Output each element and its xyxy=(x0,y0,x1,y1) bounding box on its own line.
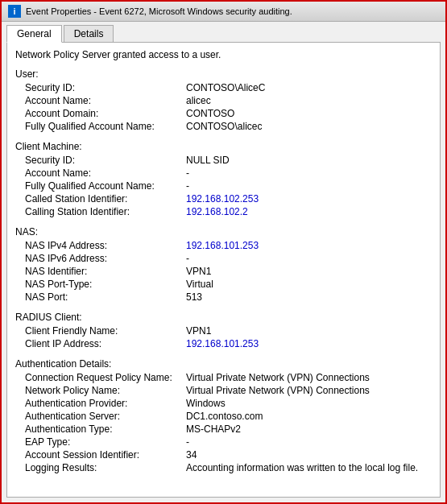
prop-value: 192.168.102.253 xyxy=(183,192,438,205)
prop-value: - xyxy=(183,167,438,180)
prop-label: Logging Results: xyxy=(22,461,183,474)
prop-value: Virtual Private Network (VPN) Connection… xyxy=(183,371,438,384)
prop-label: Account Session Identifier: xyxy=(22,448,183,461)
table-row: EAP Type: - xyxy=(22,436,438,448)
tab-bar: General Details xyxy=(2,22,445,42)
user-props-table: Security ID: CONTOSO\AliceC Account Name… xyxy=(22,81,438,133)
table-row: NAS Identifier: VPN1 xyxy=(22,265,438,278)
prop-label: NAS Port: xyxy=(22,291,183,304)
section-user: User: xyxy=(15,68,432,80)
prop-label: Account Name: xyxy=(22,94,183,107)
table-row: Fully Qualified Account Name: CONTOSO\al… xyxy=(22,120,438,133)
table-row: Account Session Identifier: 34 xyxy=(22,448,438,461)
prop-label: NAS Identifier: xyxy=(22,265,183,278)
client-machine-props-table: Security ID: NULL SID Account Name: - Fu… xyxy=(22,154,438,218)
prop-label: Account Domain: xyxy=(22,107,183,120)
table-row: Called Station Identifier: 192.168.102.2… xyxy=(22,192,438,205)
table-row: Account Domain: CONTOSO xyxy=(22,107,438,120)
prop-label: NAS IPv6 Address: xyxy=(22,252,183,265)
section-auth: Authentication Details: xyxy=(15,358,432,370)
prop-value: CONTOSO\alicec xyxy=(183,120,438,133)
prop-label: EAP Type: xyxy=(22,436,183,448)
prop-value: VPN1 xyxy=(183,324,438,337)
event-properties-window: i Event Properties - Event 6272, Microso… xyxy=(0,0,447,504)
table-row: Connection Request Policy Name: Virtual … xyxy=(22,371,438,384)
prop-value: 34 xyxy=(183,448,438,461)
prop-label: Authentication Server: xyxy=(22,410,183,423)
svg-text:i: i xyxy=(13,6,15,16)
table-row: Fully Qualified Account Name: - xyxy=(22,180,438,192)
table-row: Authentication Provider: Windows xyxy=(22,397,438,410)
prop-value: NULL SID xyxy=(183,154,438,167)
prop-label: Network Policy Name: xyxy=(22,384,183,397)
nas-props-table: NAS IPv4 Address: 192.168.101.253 NAS IP… xyxy=(22,239,438,304)
prop-label: Security ID: xyxy=(22,154,183,167)
table-row: NAS IPv6 Address: - xyxy=(22,252,438,265)
prop-label: NAS Port-Type: xyxy=(22,278,183,291)
prop-value: 513 xyxy=(183,291,438,304)
title-bar: i Event Properties - Event 6272, Microso… xyxy=(2,2,445,22)
table-row: NAS Port-Type: Virtual xyxy=(22,278,438,291)
table-row: Security ID: CONTOSO\AliceC xyxy=(22,81,438,94)
prop-label: Client Friendly Name: xyxy=(22,324,183,337)
prop-value: - xyxy=(183,180,438,192)
window-title: Event Properties - Event 6272, Microsoft… xyxy=(26,6,292,16)
table-row: Logging Results: Accounting information … xyxy=(22,461,438,474)
prop-label: Security ID: xyxy=(22,81,183,94)
prop-value: - xyxy=(183,252,438,265)
prop-value: 192.168.101.253 xyxy=(183,337,438,350)
tab-content: Network Policy Server granted access to … xyxy=(6,42,441,498)
table-row: NAS Port: 513 xyxy=(22,291,438,304)
prop-label: Calling Station Identifier: xyxy=(22,205,183,218)
table-row: Account Name: - xyxy=(22,167,438,180)
prop-label: NAS IPv4 Address: xyxy=(22,239,183,252)
prop-value: Accounting information was written to th… xyxy=(183,461,438,474)
prop-label: Client IP Address: xyxy=(22,337,183,350)
prop-label: Connection Request Policy Name: xyxy=(22,371,183,384)
table-row: Calling Station Identifier: 192.168.102.… xyxy=(22,205,438,218)
tab-details[interactable]: Details xyxy=(64,25,114,42)
event-icon: i xyxy=(8,5,21,18)
section-nas: NAS: xyxy=(15,226,432,238)
table-row: NAS IPv4 Address: 192.168.101.253 xyxy=(22,239,438,252)
prop-value: Virtual Private Network (VPN) Connection… xyxy=(183,384,438,397)
prop-value: MS-CHAPv2 xyxy=(183,423,438,436)
prop-value: DC1.contoso.com xyxy=(183,410,438,423)
table-row: Authentication Type: MS-CHAPv2 xyxy=(22,423,438,436)
prop-label: Account Name: xyxy=(22,167,183,180)
prop-label: Authentication Type: xyxy=(22,423,183,436)
table-row: Client Friendly Name: VPN1 xyxy=(22,324,438,337)
table-row: Client IP Address: 192.168.101.253 xyxy=(22,337,438,350)
prop-value: alicec xyxy=(183,94,438,107)
prop-label: Called Station Identifier: xyxy=(22,192,183,205)
prop-value: CONTOSO\AliceC xyxy=(183,81,438,94)
prop-value: 192.168.102.2 xyxy=(183,205,438,218)
section-radius: RADIUS Client: xyxy=(15,312,432,323)
intro-text: Network Policy Server granted access to … xyxy=(15,49,432,60)
tab-general[interactable]: General xyxy=(6,25,62,43)
prop-value: 192.168.101.253 xyxy=(183,239,438,252)
prop-value: - xyxy=(183,436,438,448)
prop-value: Virtual xyxy=(183,278,438,291)
table-row: Account Name: alicec xyxy=(22,94,438,107)
prop-value: Windows xyxy=(183,397,438,410)
prop-value: CONTOSO xyxy=(183,107,438,120)
table-row: Security ID: NULL SID xyxy=(22,154,438,167)
prop-label: Authentication Provider: xyxy=(22,397,183,410)
prop-value: VPN1 xyxy=(183,265,438,278)
radius-props-table: Client Friendly Name: VPN1 Client IP Add… xyxy=(22,324,438,350)
prop-label: Fully Qualified Account Name: xyxy=(22,180,183,192)
section-client-machine: Client Machine: xyxy=(15,141,432,152)
table-row: Authentication Server: DC1.contoso.com xyxy=(22,410,438,423)
prop-label: Fully Qualified Account Name: xyxy=(22,120,183,133)
table-row: Network Policy Name: Virtual Private Net… xyxy=(22,384,438,397)
auth-props-table: Connection Request Policy Name: Virtual … xyxy=(22,371,438,474)
